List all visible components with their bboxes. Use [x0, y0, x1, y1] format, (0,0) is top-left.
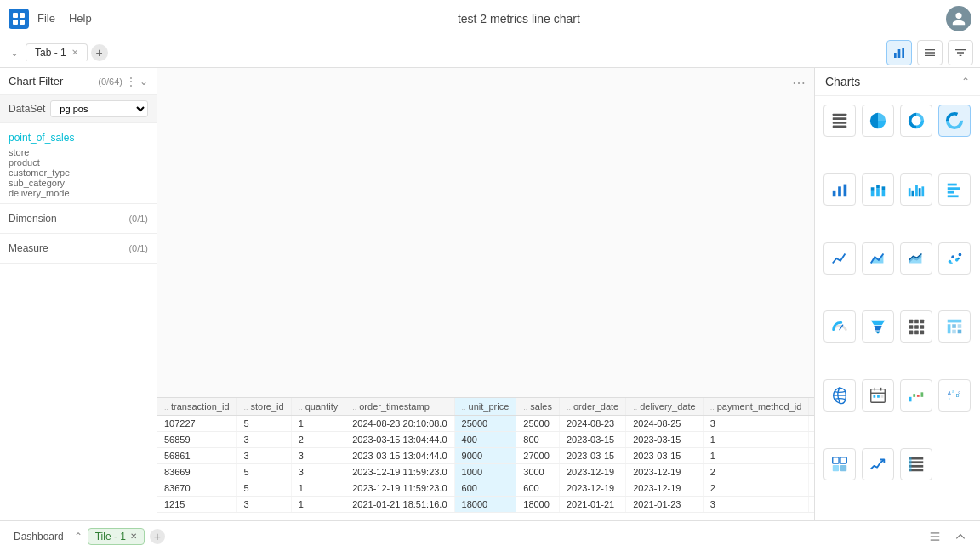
table-cell: 600: [454, 480, 516, 497]
tile-add-button[interactable]: +: [150, 529, 165, 544]
svg-rect-2: [13, 20, 18, 25]
tile-1-tab[interactable]: Tile - 1 ✕: [88, 528, 145, 545]
tab-1-label: Tab - 1: [35, 47, 66, 59]
chart-h-bar[interactable]: [938, 173, 971, 206]
table-row: 56859322023-03-15 13:04:44.04008002023-0…: [157, 432, 814, 448]
chart-grid-matrix[interactable]: [900, 310, 932, 343]
chart-pivot[interactable]: [938, 310, 971, 343]
tab-add-button[interactable]: +: [91, 44, 108, 61]
chart-funnel[interactable]: [862, 310, 894, 343]
settings-icon-btn[interactable]: [917, 40, 943, 65]
col-unit-price[interactable]: ::unit_price: [454, 398, 516, 416]
col-product-id[interactable]: ::product_id: [809, 398, 814, 416]
table-cell: 2021-01-21: [559, 497, 625, 513]
filter-icon-btn[interactable]: [948, 40, 973, 65]
table-item-store: store: [9, 147, 148, 157]
table-cell: 2023-12-19: [559, 464, 625, 480]
col-order-timestamp[interactable]: ::order_timestamp: [345, 398, 454, 416]
table-cell: 1215: [157, 497, 236, 513]
table-cell: 3000: [516, 464, 560, 480]
menu-help[interactable]: Help: [69, 12, 92, 25]
svg-text:C: C: [959, 391, 961, 395]
svg-rect-77: [833, 465, 839, 471]
tab-arrow-down[interactable]: ⌄: [7, 45, 22, 60]
col-delivery-date[interactable]: ::delivery_date: [626, 398, 703, 416]
col-transaction-id[interactable]: ::transaction_id: [157, 398, 236, 416]
right-sidebar: Charts ⌃: [814, 68, 980, 520]
filter-chevron-icon[interactable]: ⌄: [140, 76, 148, 88]
bottom-chevron-up-icon[interactable]: [949, 525, 971, 548]
table-cell: 2024-08-25: [626, 416, 703, 432]
svg-rect-55: [952, 325, 956, 329]
svg-rect-58: [958, 330, 962, 334]
chart-gauge[interactable]: [823, 310, 856, 343]
col-store-id[interactable]: ::store_id: [236, 398, 291, 416]
table-cell: 600: [516, 480, 560, 497]
svg-rect-14: [838, 186, 841, 196]
svg-rect-64: [877, 395, 880, 398]
user-avatar[interactable]: [946, 6, 971, 31]
chart-geo[interactable]: [823, 379, 856, 412]
chart-area[interactable]: [862, 242, 894, 275]
tab-1-close[interactable]: ✕: [71, 48, 78, 57]
chart-word-cloud[interactable]: AaBbC: [938, 379, 971, 412]
chart-area-more[interactable]: ⋯: [792, 75, 806, 91]
table-cell: 1: [291, 480, 345, 497]
svg-rect-30: [948, 195, 959, 197]
svg-rect-84: [931, 532, 940, 533]
chart-bar-stacked[interactable]: [862, 173, 894, 206]
bar-chart-icon-btn[interactable]: [886, 40, 912, 65]
svg-rect-7: [833, 114, 847, 116]
svg-rect-26: [921, 186, 924, 196]
dashboard-arrow-icon: ⌃: [74, 531, 83, 542]
dashboard-button[interactable]: Dashboard: [9, 529, 69, 544]
svg-rect-57: [952, 330, 956, 334]
charts-chevron-icon[interactable]: ⌃: [961, 76, 970, 88]
chart-calendar[interactable]: [862, 379, 894, 412]
table-cell: 83670: [157, 480, 236, 497]
menu-file[interactable]: File: [37, 12, 55, 25]
table-cell: 1000: [454, 464, 516, 480]
col-sales[interactable]: ::sales: [516, 398, 560, 416]
filter-more-icon[interactable]: ⋮: [126, 76, 136, 88]
chart-table[interactable]: [823, 105, 856, 137]
table-cell: 83669: [157, 464, 236, 480]
table-item-product: product: [9, 157, 148, 168]
center-content: ⋯ ::transaction_id ::store_id ::quantity…: [157, 68, 814, 520]
svg-rect-56: [958, 325, 962, 329]
table-cell: 2: [703, 464, 809, 480]
chart-donut[interactable]: [900, 105, 932, 137]
svg-rect-25: [919, 188, 921, 196]
table-cell: 5: [236, 416, 291, 432]
chart-ring-pie[interactable]: [938, 105, 971, 137]
chart-cross-table[interactable]: [900, 448, 932, 480]
chart-bar-grouped[interactable]: [900, 173, 932, 206]
tab-1[interactable]: Tab - 1 ✕: [26, 43, 88, 62]
table-cell: 2: [291, 432, 345, 448]
svg-rect-21: [882, 186, 886, 190]
chart-waterfall[interactable]: [900, 379, 932, 412]
table-header-row: ::transaction_id ::store_id ::quantity :…: [157, 398, 814, 416]
top-menu: File Help: [37, 12, 92, 25]
chart-bar[interactable]: [823, 173, 856, 206]
chart-trend[interactable]: [862, 448, 894, 480]
col-order-date[interactable]: ::order_date: [559, 398, 625, 416]
charts-grid: AaBbC: [815, 96, 980, 520]
chart-scatter[interactable]: [938, 242, 971, 275]
dataset-select[interactable]: pg pos: [50, 100, 148, 117]
tile-1-label: Tile - 1: [95, 531, 126, 542]
tile-1-close[interactable]: ✕: [130, 531, 137, 541]
chart-area-stacked[interactable]: [900, 242, 932, 275]
chart-line[interactable]: [823, 242, 856, 275]
point-of-sales-link[interactable]: point_of_sales: [9, 132, 148, 144]
col-payment-method-id[interactable]: ::payment_method_id: [703, 398, 809, 416]
chart-pie[interactable]: [862, 105, 894, 137]
table-cell: 1: [703, 432, 809, 448]
tab-right-icons: [886, 40, 973, 65]
svg-rect-68: [917, 395, 920, 397]
col-quantity[interactable]: ::quantity: [291, 398, 345, 416]
svg-rect-50: [909, 331, 914, 335]
bottom-list-icon[interactable]: [924, 525, 946, 548]
chart-kpi-map[interactable]: [823, 448, 856, 480]
svg-rect-46: [920, 320, 925, 324]
